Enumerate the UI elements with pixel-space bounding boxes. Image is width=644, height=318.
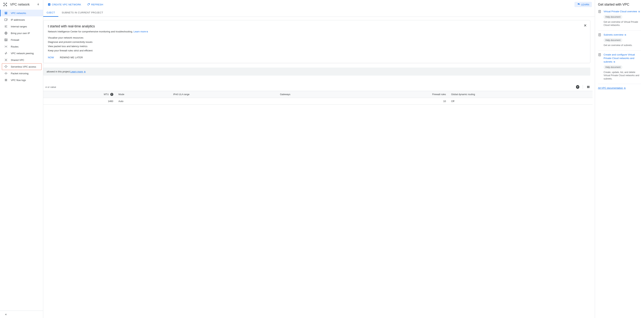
help-desc: Create, update, list, and delete Virtual… — [604, 71, 641, 81]
help-link-subnets-overview[interactable]: Subnets overview ⧉ — [604, 33, 632, 37]
promo-title: t started with real-time analytics — [48, 24, 586, 28]
mirroring-icon — [4, 71, 8, 75]
help-link-vpc-overview[interactable]: Virtual Private Cloud overview ⧉ — [604, 10, 641, 13]
globe-icon — [4, 31, 8, 35]
sidebar-item-label: VPC networks — [11, 12, 26, 14]
firewall-icon — [4, 38, 8, 42]
link-label: Subnets overview — [604, 33, 624, 36]
sidebar-item-routes[interactable]: Routes — [0, 43, 43, 50]
col-mtu[interactable]: MTU ? — [43, 91, 116, 98]
link-label: All VPC documentation — [598, 87, 623, 89]
cell-gateways — [278, 98, 355, 105]
col-firewall[interactable]: Firewall rules — [354, 91, 448, 98]
ranges-icon — [4, 24, 8, 28]
button-label: LEARN — [581, 3, 589, 6]
svg-rect-13 — [587, 86, 588, 88]
sidebar-item-internal-ranges[interactable]: Internal ranges — [0, 23, 43, 30]
learn-more-link[interactable]: Learn more⧉ — [134, 30, 148, 33]
routes-icon — [4, 45, 8, 48]
help-icon[interactable]: ? — [110, 93, 113, 96]
sidebar-item-vpc-networks[interactable]: VPC networks — [0, 10, 43, 16]
vpc-network-logo-icon — [3, 2, 8, 7]
sidebar-item-byoip[interactable]: Bring your own IP — [0, 30, 43, 36]
shared-icon — [4, 58, 8, 62]
external-link-icon: ⧉ — [614, 61, 615, 63]
cell-mtu: 1460 — [43, 98, 116, 105]
tab-subnets[interactable]: SUBNETS IN CURRENT PROJECT — [58, 9, 106, 16]
sidebar-item-peering[interactable]: VPC network peering — [0, 50, 43, 57]
sidebar-collapse[interactable] — [0, 311, 43, 318]
sidebar-item-label: Internal ranges — [11, 25, 27, 28]
cell-routing: Off — [448, 98, 592, 105]
document-icon — [598, 53, 601, 80]
learn-button[interactable]: LEARN — [574, 2, 592, 7]
tab-label: SUBNETS IN CURRENT PROJECT — [62, 11, 103, 14]
col-mode[interactable]: Mode — [116, 91, 171, 98]
toolbar: CREATE VPC NETWORK REFRESH LEARN — [43, 0, 595, 9]
peering-icon — [4, 51, 8, 55]
ip-icon — [4, 18, 8, 21]
link-label: Create and configure Virtual Private Clo… — [604, 53, 635, 63]
notice-text: allowed in this project. — [46, 70, 70, 73]
tabs: OJECT SUBNETS IN CURRENT PROJECT — [43, 9, 595, 17]
network-icon — [4, 11, 8, 15]
sidebar-nav: VPC networks IP addresses Internal range… — [0, 9, 43, 311]
button-label: CREATE VPC NETWORK — [52, 3, 81, 6]
sidebar-item-label: VPC network peering — [11, 52, 34, 55]
main-content: CREATE VPC NETWORK REFRESH LEARN OJECT S… — [43, 0, 595, 318]
all-docs-link[interactable]: All VPC documentation ⧉ — [598, 87, 641, 89]
columns-icon[interactable] — [586, 85, 590, 89]
sidebar-item-packet-mirroring[interactable]: Packet mirroring — [0, 70, 43, 77]
promo-items: Visualise your network resources Diagnos… — [48, 36, 586, 52]
help-desc: Get an overview of subnets. — [604, 44, 632, 47]
svg-rect-0 — [4, 3, 5, 4]
sidebar-item-label: Routes — [11, 45, 18, 48]
table-row[interactable]: 1460 Auto 10 Off — [43, 98, 592, 105]
learn-icon — [577, 3, 580, 6]
try-now-button[interactable]: NOW — [48, 56, 54, 59]
link-label: Learn more — [134, 30, 146, 33]
svg-rect-8 — [5, 13, 7, 14]
serverless-icon — [4, 65, 8, 68]
promo-item: View packet loss and latency metrics — [48, 45, 586, 48]
help-chip: Help document — [604, 15, 622, 19]
notice-learn-more-link[interactable]: Learn more ⧉ — [70, 70, 86, 73]
tab-project[interactable]: OJECT — [43, 9, 58, 17]
help-icon[interactable]: ? — [575, 85, 579, 89]
notice-bar: allowed in this project.Learn more ⧉ — [43, 68, 590, 76]
help-panel-title: Get started with VPC — [598, 2, 641, 6]
header-label: MTU — [104, 93, 109, 96]
create-vpc-button[interactable]: CREATE VPC NETWORK — [46, 2, 83, 7]
promo-item: Keep your firewall rules strict and effi… — [48, 49, 586, 52]
cell-mode: Auto — [116, 98, 171, 105]
promo-sub-text: Network Intelligence Center for comprehe… — [48, 30, 134, 33]
help-chip: Help document — [604, 38, 622, 42]
sidebar-item-flow-logs[interactable]: VPC flow logs — [0, 77, 43, 83]
sidebar-item-serverless-vpc-access[interactable]: Serverless VPC access — [2, 63, 42, 70]
col-ipv6[interactable]: IPv6 ULA range — [171, 91, 278, 98]
svg-rect-2 — [4, 5, 5, 6]
refresh-icon — [87, 3, 90, 6]
button-label: REFRESH — [91, 3, 103, 6]
help-link-create-configure[interactable]: Create and configure Virtual Private Clo… — [604, 53, 641, 64]
divider — [583, 85, 583, 89]
help-chip: Help document — [604, 65, 622, 69]
sidebar-item-label: Bring your own IP — [11, 32, 30, 35]
pin-icon[interactable] — [37, 3, 40, 6]
document-icon — [598, 10, 601, 27]
promo-item: Visualise your network resources — [48, 36, 586, 39]
filter-input[interactable]: e or value — [46, 86, 575, 88]
sidebar-item-shared-vpc[interactable]: Shared VPC — [0, 57, 43, 63]
filter-row: e or value ? — [43, 83, 592, 91]
col-gateways[interactable]: Gateways — [278, 91, 355, 98]
document-icon — [598, 33, 601, 47]
sidebar-item-firewall[interactable]: Firewall — [0, 36, 43, 43]
close-icon[interactable]: ✕ — [584, 23, 587, 28]
table-header-row: MTU ? Mode IPv6 ULA range Gateways Firew… — [43, 91, 592, 98]
remind-later-button[interactable]: REMIND ME LATER — [60, 56, 83, 59]
sidebar-item-ip-addresses[interactable]: IP addresses — [0, 16, 43, 23]
external-link-icon: ⧉ — [146, 30, 148, 33]
col-routing[interactable]: Global dynamic routing — [448, 91, 592, 98]
refresh-button[interactable]: REFRESH — [86, 2, 105, 7]
link-label: Learn more — [70, 70, 83, 73]
